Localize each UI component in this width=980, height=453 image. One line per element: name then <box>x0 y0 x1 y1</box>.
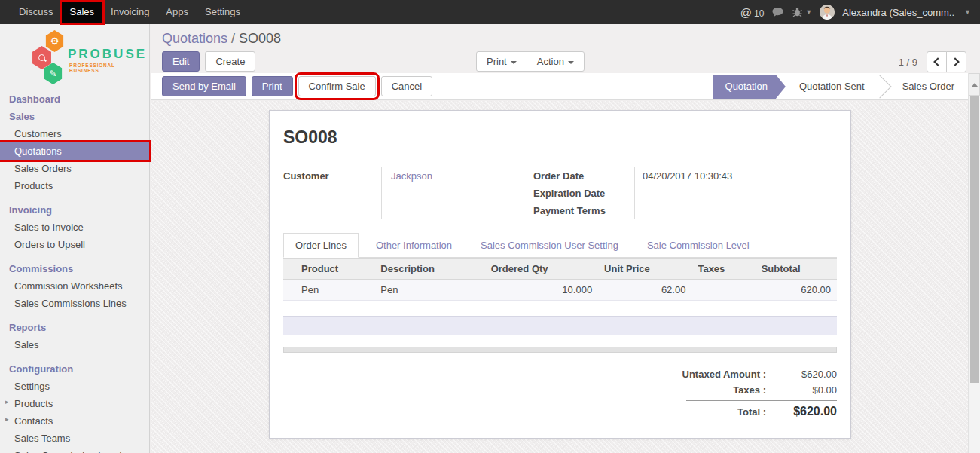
cell-unit-price[interactable]: 62.00 <box>598 280 691 301</box>
horizontal-scrollbar[interactable] <box>283 347 837 353</box>
create-button[interactable]: Create <box>205 51 255 72</box>
send-by-email-button[interactable]: Send by Email <box>162 76 246 96</box>
sidebar-item-sales-orders[interactable]: Sales Orders <box>0 160 149 177</box>
sidebar-item-quotations[interactable]: Quotations <box>0 142 149 160</box>
sidebar-item-config-contacts[interactable]: ▸ Contacts <box>0 412 149 430</box>
cancel-button[interactable]: Cancel <box>381 76 432 96</box>
logo-name: PROBUSE <box>68 47 147 62</box>
column-unit-price: Unit Price <box>598 259 691 280</box>
sidebar-item-commission-worksheets[interactable]: Commission Worksheets <box>0 277 149 295</box>
print-dropdown-button[interactable]: Print <box>476 51 527 72</box>
breadcrumb: Quotations/SO008 <box>162 31 281 47</box>
caret-down-icon <box>568 61 574 64</box>
totals-block: Untaxed Amount : $620.00 Taxes : $0.00 T… <box>635 366 837 421</box>
order-date-value: 04/20/2017 10:30:43 <box>634 167 837 185</box>
expand-arrow-icon[interactable]: ▸ <box>5 415 9 423</box>
payment-terms-value <box>634 202 837 219</box>
debug-bug-icon[interactable]: ▼ <box>792 7 812 17</box>
empty-line-stripe <box>283 316 837 335</box>
sidebar-item-label: Contacts <box>14 415 53 427</box>
column-description: Description <box>374 259 484 280</box>
pager-next-button[interactable] <box>946 51 966 72</box>
statusbar: Send by Email Print Confirm Sale Cancel … <box>151 73 980 100</box>
sidebar-item-sales-commission-levels[interactable]: Sales Commission Levels <box>0 447 149 453</box>
sidebar-item-sales-teams[interactable]: Sales Teams <box>0 430 149 447</box>
pager-counter: 1 / 9 <box>899 57 917 68</box>
sidebar-item-orders-to-upsell[interactable]: Orders to Upsell <box>0 236 149 253</box>
confirm-sale-button[interactable]: Confirm Sale <box>298 76 376 96</box>
sidebar-item-settings[interactable]: Settings <box>0 378 149 395</box>
payment-terms-label: Payment Terms <box>533 202 634 219</box>
scrollbar-thumb[interactable] <box>970 96 979 383</box>
total-value: $620.00 <box>774 405 837 418</box>
caret-down-icon: ▼ <box>805 8 812 16</box>
sidebar-item-reports-sales[interactable]: Sales <box>0 336 149 354</box>
chat-icon[interactable] <box>771 7 784 17</box>
nav-item-apps[interactable]: Apps <box>157 2 197 23</box>
cell-ordered-qty[interactable]: 10.000 <box>485 280 598 301</box>
untaxed-amount-label: Untaxed Amount : <box>635 369 774 380</box>
sidebar-section-reports: Reports <box>0 319 149 336</box>
nav-item-discuss[interactable]: Discuss <box>11 2 62 23</box>
taxes-value: $0.00 <box>774 384 837 396</box>
sidebar-section-configuration: Configuration <box>0 360 149 378</box>
sidebar-section-sales[interactable]: Sales <box>0 108 149 125</box>
action-dropdown-button[interactable]: Action <box>527 51 585 72</box>
nav-item-invoicing[interactable]: Invoicing <box>102 2 157 23</box>
status-step-sales-order[interactable]: Sales Order <box>889 75 968 99</box>
sidebar-item-label: Products <box>14 398 53 409</box>
table-header-row: Product Description Ordered Qty Unit Pri… <box>283 259 837 280</box>
cell-subtotal[interactable]: 620.00 <box>756 280 837 301</box>
tab-sale-commission-level[interactable]: Sale Commission Level <box>636 234 761 257</box>
status-step-quotation-sent[interactable]: Quotation Sent <box>786 75 878 99</box>
cell-product[interactable]: Pen <box>295 280 374 301</box>
customer-value-link[interactable]: Jackpson <box>391 170 432 182</box>
pager-previous-button[interactable] <box>927 51 947 72</box>
expand-arrow-icon[interactable]: ▸ <box>5 398 9 406</box>
sidebar-item-sales-to-invoice[interactable]: Sales to Invoice <box>0 219 149 236</box>
at-icon: @ <box>740 6 752 19</box>
tab-order-lines[interactable]: Order Lines <box>283 233 359 258</box>
breadcrumb-separator: / <box>231 31 235 46</box>
caret-down-icon: ▼ <box>964 8 971 16</box>
control-panel: Quotations/SO008 Edit Create Print Actio… <box>151 24 980 73</box>
sidebar-item-products[interactable]: Products <box>0 177 149 194</box>
tab-sales-commission-user-setting[interactable]: Sales Commission User Setting <box>469 234 630 257</box>
breadcrumb-quotations-link[interactable]: Quotations <box>162 31 227 46</box>
column-taxes: Taxes <box>691 259 755 280</box>
column-subtotal: Subtotal <box>756 259 837 280</box>
print-button[interactable]: Print <box>252 76 293 96</box>
column-product: Product <box>295 259 374 280</box>
probuse-logo: ⚙ ✎ PROBUSE PROFESSIONAL BUSINESS <box>11 30 139 84</box>
sidebar-item-sales-commissions-lines[interactable]: Sales Commissions Lines <box>0 295 149 312</box>
column-ordered-qty: Ordered Qty <box>485 259 598 280</box>
tab-other-information[interactable]: Other Information <box>365 234 463 257</box>
header-fields: Customer Jackpson Order Date 04/20/2017 … <box>283 167 837 219</box>
edit-button[interactable]: Edit <box>162 51 200 72</box>
breadcrumb-current: SO008 <box>239 31 281 46</box>
user-menu[interactable]: Alexandra (Sales_comm.. <box>842 7 954 18</box>
sidebar-section-commissions: Commissions <box>0 260 149 277</box>
nav-item-sales[interactable]: Sales <box>62 2 103 23</box>
sidebar-item-dashboard[interactable]: Dashboard <box>0 90 149 108</box>
nav-item-settings[interactable]: Settings <box>197 2 249 23</box>
cell-taxes[interactable] <box>691 280 755 301</box>
taxes-label: Taxes : <box>635 384 774 396</box>
mentions-counter[interactable]: @ 10 <box>740 6 765 19</box>
sidebar-item-config-products[interactable]: ▸ Products <box>0 395 149 412</box>
total-label: Total : <box>635 403 774 418</box>
scrollbar-up-button[interactable] <box>969 73 980 96</box>
cell-description[interactable]: Pen <box>374 280 484 301</box>
order-lines-table: Product Description Ordered Qty Unit Pri… <box>283 258 837 301</box>
table-row[interactable]: Pen Pen 10.000 62.00 620.00 <box>283 280 837 301</box>
quotation-sheet: SO008 Customer Jackpson Order Date 04/20… <box>269 110 851 439</box>
sidebar-menu: Dashboard Sales Customers Quotations Sal… <box>0 89 149 453</box>
avatar[interactable] <box>820 5 835 20</box>
top-navbar: Discuss Sales Invoicing Apps Settings @ … <box>0 0 980 24</box>
sidebar-item-customers[interactable]: Customers <box>0 125 149 142</box>
status-step-quotation[interactable]: Quotation <box>713 75 786 99</box>
chevron-right-icon <box>951 57 959 66</box>
step-separator-chevron-icon <box>878 75 889 99</box>
vertical-scrollbar[interactable] <box>968 73 980 453</box>
notebook-tabs: Order Lines Other Information Sales Comm… <box>283 233 837 258</box>
